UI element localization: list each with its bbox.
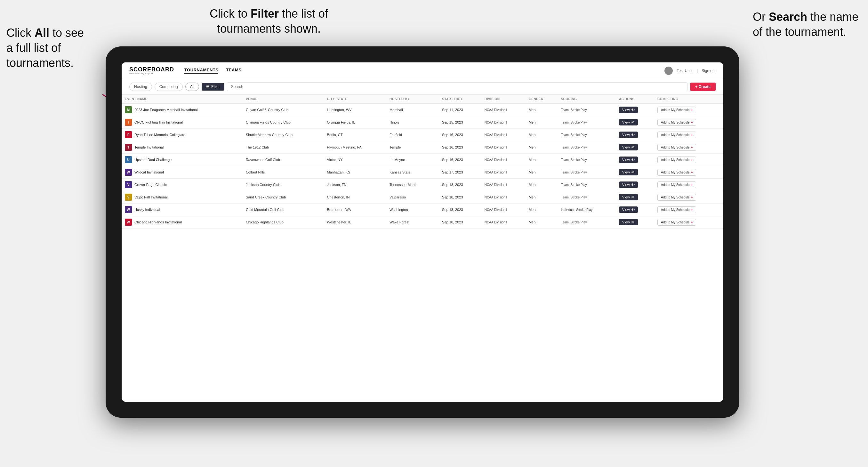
add-to-schedule-button[interactable]: Add to My Schedule +: [657, 219, 696, 226]
cell-start-date: Sep 18, 2023: [439, 204, 482, 216]
add-to-schedule-button[interactable]: Add to My Schedule +: [657, 207, 696, 213]
cell-competing: Add to My Schedule +: [654, 154, 723, 166]
view-button[interactable]: View 👁: [619, 157, 638, 163]
cell-city: Manhattan, KS: [324, 166, 386, 179]
nav-tournaments[interactable]: TOURNAMENTS: [184, 67, 218, 73]
cell-venue: Gold Mountain Golf Club: [243, 204, 324, 216]
logo-sub: Powered by clippd: [129, 72, 174, 75]
add-to-schedule-button[interactable]: Add to My Schedule +: [657, 131, 696, 138]
cell-city: Chesterton, IN: [324, 191, 386, 204]
cell-city: Bremerton, WA: [324, 204, 386, 216]
cell-division: NCAA Division I: [482, 204, 526, 216]
create-button[interactable]: + Create: [690, 83, 716, 91]
topbar: SCOREBOARD Powered by clippd TOURNAMENTS…: [122, 62, 723, 79]
tournaments-table: EVENT NAME VENUE CITY, STATE HOSTED BY S…: [122, 95, 723, 228]
tab-competing[interactable]: Competing: [155, 83, 183, 91]
nav-teams[interactable]: TEAMS: [226, 67, 241, 73]
cell-start-date: Sep 11, 2023: [439, 104, 482, 116]
plus-icon: +: [691, 108, 693, 112]
eye-icon: 👁: [631, 158, 635, 162]
view-button[interactable]: View 👁: [619, 182, 638, 188]
view-button[interactable]: View 👁: [619, 131, 638, 138]
table-row: T Temple Invitational The 1912 Club Plym…: [122, 141, 723, 154]
add-to-schedule-button[interactable]: Add to My Schedule +: [657, 106, 696, 113]
filterbar: Hosting Competing All ☰ Filter + Create: [122, 79, 723, 95]
event-name-text: Chicago Highlands Invitational: [134, 220, 182, 224]
cell-gender: Men: [526, 104, 558, 116]
add-to-schedule-button[interactable]: Add to My Schedule +: [657, 194, 696, 201]
view-button[interactable]: View 👁: [619, 106, 638, 113]
cell-competing: Add to My Schedule +: [654, 204, 723, 216]
cell-hosted-by: Marshall: [386, 104, 439, 116]
add-to-schedule-button[interactable]: Add to My Schedule +: [657, 119, 696, 126]
team-logo: W: [125, 206, 132, 213]
cell-scoring: Team, Stroke Play: [558, 129, 616, 141]
annotation-topcenter: Click to Filter the list of tournaments …: [192, 6, 346, 36]
col-event-name: EVENT NAME: [122, 95, 243, 104]
cell-city: Olympia Fields, IL: [324, 116, 386, 129]
separator: |: [697, 68, 698, 73]
cell-scoring: Team, Stroke Play: [558, 141, 616, 154]
view-button[interactable]: View 👁: [619, 194, 638, 200]
eye-icon: 👁: [631, 108, 635, 112]
add-to-schedule-button[interactable]: Add to My Schedule +: [657, 182, 696, 188]
logo-title: SCOREBOARD: [129, 67, 174, 72]
col-hosted-by: HOSTED BY: [386, 95, 439, 104]
cell-venue: Guyan Golf & Country Club: [243, 104, 324, 116]
tab-all[interactable]: All: [185, 83, 199, 91]
table-body: M 2023 Joe Feaganes Marshall Invitationa…: [122, 104, 723, 228]
search-input[interactable]: [227, 82, 688, 91]
eye-icon: 👁: [631, 183, 635, 187]
cell-start-date: Sep 18, 2023: [439, 179, 482, 191]
cell-city: Victor, NY: [324, 154, 386, 166]
add-to-schedule-button[interactable]: Add to My Schedule +: [657, 157, 696, 163]
cell-gender: Men: [526, 216, 558, 228]
col-city: CITY, STATE: [324, 95, 386, 104]
plus-icon: +: [691, 221, 693, 224]
cell-division: NCAA Division I: [482, 191, 526, 204]
cell-event-name: W Wildcat Invitational: [122, 166, 243, 179]
table-row: W Husky Individual Gold Mountain Golf Cl…: [122, 204, 723, 216]
cell-gender: Men: [526, 141, 558, 154]
view-button[interactable]: View 👁: [619, 169, 638, 176]
cell-gender: Men: [526, 154, 558, 166]
cell-start-date: Sep 18, 2023: [439, 191, 482, 204]
view-button[interactable]: View 👁: [619, 144, 638, 150]
plus-icon: +: [691, 183, 693, 187]
view-button[interactable]: View 👁: [619, 119, 638, 125]
cell-actions: View 👁: [616, 141, 654, 154]
filter-button[interactable]: ☰ Filter: [202, 83, 224, 91]
cell-actions: View 👁: [616, 116, 654, 129]
eye-icon: 👁: [631, 208, 635, 212]
tab-hosting[interactable]: Hosting: [129, 83, 152, 91]
cell-scoring: Team, Stroke Play: [558, 104, 616, 116]
user-avatar: [664, 67, 673, 75]
event-name-text: Ryan T. Lee Memorial Collegiate: [134, 133, 185, 137]
cell-city: Plymouth Meeting, PA: [324, 141, 386, 154]
eye-icon: 👁: [631, 133, 635, 137]
team-logo: V: [125, 194, 132, 201]
cell-hosted-by: Illinois: [386, 116, 439, 129]
cell-scoring: Individual, Stroke Play: [558, 204, 616, 216]
cell-scoring: Team, Stroke Play: [558, 154, 616, 166]
cell-event-name: F Ryan T. Lee Memorial Collegiate: [122, 129, 243, 141]
cell-actions: View 👁: [616, 179, 654, 191]
cell-scoring: Team, Stroke Play: [558, 179, 616, 191]
tournaments-table-wrapper: EVENT NAME VENUE CITY, STATE HOSTED BY S…: [122, 95, 723, 402]
signout-link[interactable]: Sign out: [702, 68, 716, 73]
event-name-text: Upstate Dual Challenge: [134, 158, 172, 162]
cell-start-date: Sep 16, 2023: [439, 129, 482, 141]
add-to-schedule-button[interactable]: Add to My Schedule +: [657, 144, 696, 151]
cell-hosted-by: Le Moyne: [386, 154, 439, 166]
view-button[interactable]: View 👁: [619, 207, 638, 213]
add-to-schedule-button[interactable]: Add to My Schedule +: [657, 169, 696, 176]
cell-actions: View 👁: [616, 204, 654, 216]
event-name-text: 2023 Joe Feaganes Marshall Invitational: [134, 108, 198, 112]
cell-division: NCAA Division I: [482, 154, 526, 166]
plus-icon: +: [691, 146, 693, 149]
plus-icon: +: [691, 133, 693, 137]
view-button[interactable]: View 👁: [619, 219, 638, 225]
cell-venue: Chicago Highlands Club: [243, 216, 324, 228]
team-logo: V: [125, 181, 132, 188]
cell-start-date: Sep 15, 2023: [439, 116, 482, 129]
